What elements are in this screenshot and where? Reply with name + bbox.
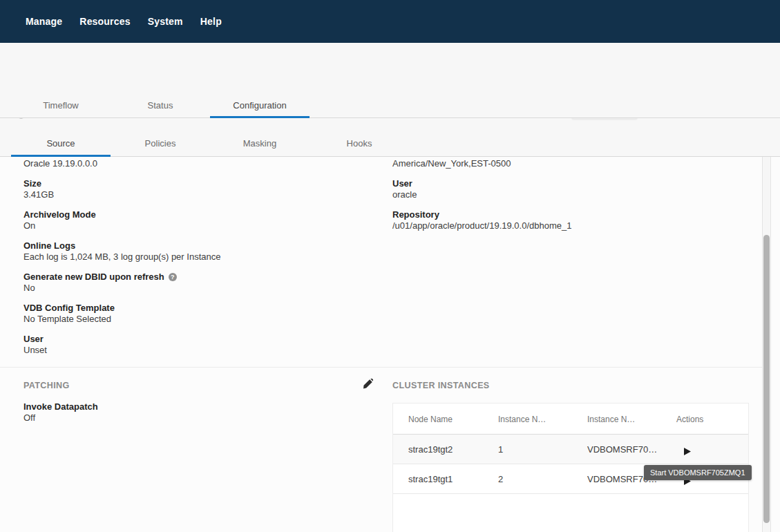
- field-label: Archivelog Mode: [23, 209, 369, 220]
- tab-label: Status: [148, 100, 173, 111]
- tab-timeflow[interactable]: Timeflow: [11, 93, 111, 117]
- field-label: Repository: [392, 209, 752, 220]
- field-label: User: [392, 178, 752, 189]
- vertical-scrollbar-thumb[interactable]: [763, 235, 770, 523]
- cell-node-name: strac19tgt1: [408, 474, 453, 484]
- subtab-masking[interactable]: Masking: [210, 130, 310, 156]
- field-archivelog-mode: Archivelog Mode On: [23, 209, 369, 231]
- patching-section-title: PATCHING: [23, 381, 70, 390]
- field-label: VDB Config Template: [23, 303, 369, 314]
- field-value: No: [23, 283, 369, 294]
- nav-item-system[interactable]: System: [148, 16, 183, 27]
- field-value: oracle: [392, 189, 752, 200]
- start-instance-button[interactable]: [684, 446, 691, 453]
- edit-patching-icon[interactable]: [362, 379, 373, 390]
- field-user: User Unset: [23, 334, 369, 356]
- tab-label: Configuration: [233, 100, 286, 111]
- nav-item-resources[interactable]: Resources: [79, 16, 130, 27]
- field-value: America/New_York,EST-0500: [392, 158, 752, 169]
- source-config-panel: Oracle 19.19.0.0.0 Size 3.41GB Archivelo…: [0, 157, 780, 532]
- subtab-policies[interactable]: Policies: [111, 130, 210, 156]
- field-label: Invoke Datapatch: [23, 401, 98, 412]
- cluster-instances-title: CLUSTER INSTANCES: [392, 381, 490, 390]
- subtab-label: Source: [46, 138, 75, 149]
- field-vdb-config-template: VDB Config Template No Template Selected: [23, 303, 369, 325]
- column-header-instance-name: Instance N…: [587, 415, 635, 424]
- tab-label: Timeflow: [43, 100, 79, 111]
- field-online-logs: Online Logs Each log is 1,024 MB, 3 log …: [23, 240, 369, 263]
- section-divider: [0, 367, 762, 368]
- table-row: strac19tgt2 1 VDBOMSRF70…: [393, 435, 748, 464]
- configuration-subtabs: Source Policies Masking Hooks: [0, 130, 780, 157]
- column-header-node-name: Node Name: [408, 415, 453, 424]
- field-env-user: User oracle: [392, 178, 752, 200]
- table-header-row: Node Name Instance N… Instance N… Action…: [393, 403, 748, 435]
- help-icon[interactable]: ?: [169, 273, 177, 281]
- subtab-hooks[interactable]: Hooks: [310, 130, 409, 156]
- tab-configuration[interactable]: Configuration: [210, 93, 310, 117]
- subtab-label: Masking: [243, 138, 276, 149]
- field-generate-dbid: Generate new DBID upon refresh ? No: [23, 272, 369, 294]
- cell-instance-name: VDBOMSRF70…: [587, 444, 657, 455]
- field-label: User: [23, 334, 369, 345]
- subtab-label: Hooks: [347, 138, 372, 149]
- field-value: Oracle 19.19.0.0.0: [23, 158, 369, 169]
- subtab-label: Policies: [145, 138, 176, 149]
- nav-item-manage[interactable]: Manage: [26, 16, 62, 27]
- tab-status[interactable]: Status: [111, 93, 210, 117]
- field-label: Generate new DBID upon refresh: [23, 272, 164, 283]
- main-tabs: Timeflow Status Configuration: [0, 93, 780, 118]
- field-value: On: [23, 220, 369, 231]
- start-instance-tooltip: Start VDBOMSRF705ZMQ1: [644, 465, 752, 480]
- field-label: Size: [23, 178, 369, 189]
- cell-node-name: strac19tgt2: [408, 444, 453, 455]
- field-value: No Template Selected: [23, 314, 369, 325]
- field-value: Off: [23, 412, 98, 424]
- subtab-source[interactable]: Source: [11, 130, 111, 156]
- field-value: /u01/app/oracle/product/19.19.0.0/dbhome…: [392, 220, 752, 231]
- field-invoke-datapatch: Invoke Datapatch Off: [23, 401, 98, 424]
- source-left-column: Oracle 19.19.0.0.0 Size 3.41GB Archivelo…: [23, 158, 369, 365]
- field-db-version: Oracle 19.19.0.0.0: [23, 158, 369, 169]
- field-repository: Repository /u01/app/oracle/product/19.19…: [392, 209, 752, 231]
- cell-instance-number: 1: [498, 444, 503, 455]
- field-value: 3.41GB: [23, 189, 369, 200]
- field-timezone: America/New_York,EST-0500: [392, 158, 752, 169]
- field-size: Size 3.41GB: [23, 178, 369, 200]
- cell-instance-number: 2: [498, 474, 503, 484]
- column-header-instance-number: Instance N…: [498, 415, 546, 424]
- source-right-column: America/New_York,EST-0500 User oracle Re…: [392, 158, 752, 240]
- nav-item-help[interactable]: Help: [200, 16, 222, 27]
- field-value: Each log is 1,024 MB, 3 log group(s) per…: [23, 251, 369, 263]
- field-value: Unset: [23, 345, 369, 356]
- top-nav-bar: Manage Resources System Help: [0, 0, 780, 43]
- column-header-actions: Actions: [676, 415, 703, 424]
- field-label: Online Logs: [23, 240, 369, 251]
